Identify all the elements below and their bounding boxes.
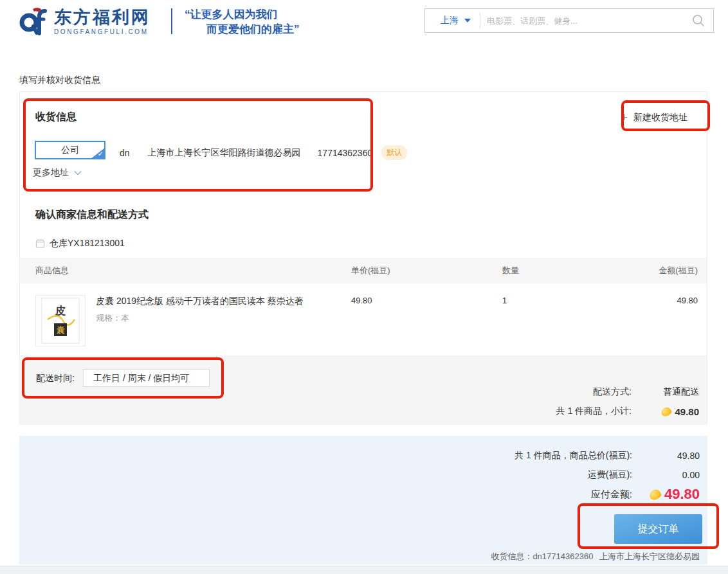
product-spec-value: 本 <box>121 313 129 323</box>
order-summary-panel: 共 1 件商品，商品总价(福豆): 49.80 运费(福豆): 0.00 应付金… <box>19 436 707 564</box>
brand-slogan: “让更多人因为我们 而更爱他们的雇主” <box>185 7 300 37</box>
address-tag-label: 公司 <box>61 145 79 155</box>
footer-info-contact: dn17714362360 <box>532 552 593 561</box>
new-address-button[interactable]: + 新建收货地址 <box>621 112 687 123</box>
delivery-time-label: 配送时间: <box>36 373 75 384</box>
search-input[interactable] <box>480 16 691 26</box>
warehouse-label: 仓库YX181213001 <box>50 238 125 249</box>
new-address-label: 新建收货地址 <box>633 112 687 123</box>
warehouse-row: 仓库YX181213001 <box>35 238 125 249</box>
more-addresses-toggle[interactable]: 更多地址 <box>33 167 82 179</box>
col-amount: 金额(福豆) <box>659 258 698 283</box>
bean-icon <box>648 488 662 501</box>
search-icon[interactable] <box>691 13 705 28</box>
shipping-fee-value: 0.00 <box>632 470 700 480</box>
header-divider <box>171 8 172 34</box>
product-title[interactable]: 皮囊 2019纪念版 感动千万读者的国民读本 蔡崇达著 <box>96 296 304 307</box>
phone-number: 17714362360 <box>318 148 373 158</box>
logo-domain-text: DONGFANGFULI.COM <box>54 28 150 35</box>
delivery-method-row: 配送方式: 普通配送 <box>593 386 699 398</box>
plus-icon: + <box>621 112 628 123</box>
product-spec-label: 规格： <box>96 313 121 323</box>
page-title: 填写并核对收货信息 <box>19 75 100 86</box>
payable-row: 应付金额: 49.80 <box>591 486 700 503</box>
footer-info-address: 上海市上海长宁区德必易园 <box>599 552 700 561</box>
logo-brand-text: 东方福利网 <box>54 8 150 27</box>
book-cover-char-1: 皮 <box>55 305 66 317</box>
merchant-section-title: 确认商家信息和配送方式 <box>35 208 149 222</box>
delivery-time-select[interactable]: 工作日 / 周末 / 假日均可 <box>83 369 210 387</box>
bean-icon <box>660 406 673 417</box>
shipping-fee-row: 运费(福豆): 0.00 <box>588 469 700 481</box>
total-value: 49.80 <box>632 451 700 461</box>
slogan-line-1: “让更多人因为我们 <box>185 7 300 22</box>
shop-icon <box>35 239 45 248</box>
col-unit-price: 单价(福豆) <box>351 258 390 283</box>
product-spec: 规格：本 <box>96 312 129 324</box>
more-addresses-label: 更多地址 <box>33 167 69 179</box>
product-amount: 49.80 <box>677 296 698 305</box>
delivery-method-value: 普通配送 <box>632 386 699 398</box>
footer-shipping-info: 收货信息：dn17714362360 上海市上海长宁区德必易园 <box>491 551 700 562</box>
city-label: 上海 <box>441 15 459 26</box>
subtotal-label: 共 1 件商品，小计: <box>556 406 632 417</box>
address-text: 上海市上海长宁区华阳路街道德必易园 <box>148 147 301 159</box>
default-badge: 默认 <box>381 145 407 160</box>
total-label: 共 1 件商品，商品总价(福豆): <box>514 450 632 462</box>
footer-info-label: 收货信息： <box>491 552 532 561</box>
selected-check-icon: ✓ <box>98 149 104 159</box>
recipient-name: dn <box>120 148 130 158</box>
city-caret-icon <box>464 19 471 22</box>
search-bar: 上海 <box>424 8 714 33</box>
address-tag-company[interactable]: 公司 ✓ <box>35 141 105 159</box>
subtotal-value: 49.80 <box>675 406 699 417</box>
address-line: dn 上海市上海长宁区华阳路街道德必易园 17714362360 默认 <box>120 145 407 160</box>
shipping-section-title: 收货信息 <box>35 111 77 124</box>
chevron-down-icon <box>74 170 82 175</box>
col-quantity: 数量 <box>502 258 519 283</box>
payable-value: 49.80 <box>664 486 700 503</box>
product-image[interactable]: 皮 囊 <box>35 295 86 346</box>
col-product-info: 商品信息 <box>35 258 69 283</box>
total-row: 共 1 件商品，商品总价(福豆): 49.80 <box>514 450 700 462</box>
submit-order-button[interactable]: 提交订单 <box>614 514 702 544</box>
subtotal-row: 共 1 件商品，小计: 49.80 <box>556 406 699 417</box>
book-cover-char-2: 囊 <box>57 325 65 335</box>
site-logo[interactable]: 东方福利网 DONGFANGFULI.COM <box>18 5 150 38</box>
shipping-fee-label: 运费(福豆): <box>588 469 632 481</box>
city-selector[interactable]: 上海 <box>425 15 480 26</box>
slogan-line-2: 而更爱他们的雇主” <box>185 22 300 37</box>
logo-monogram-icon <box>18 5 49 38</box>
payable-label: 应付金额: <box>591 489 632 501</box>
delivery-strip: 配送时间: 工作日 / 周末 / 假日均可 配送方式: 普通配送 共 1 件商品… <box>20 355 707 425</box>
delivery-method-label: 配送方式: <box>593 386 632 398</box>
product-table-header: 商品信息 单价(福豆) 数量 金额(福豆) <box>20 258 707 283</box>
product-quantity: 1 <box>502 296 507 305</box>
page-footer-strip <box>0 566 728 574</box>
product-unit-price: 49.80 <box>351 296 372 305</box>
site-header: 东方福利网 DONGFANGFULI.COM “让更多人因为我们 而更爱他们的雇… <box>0 0 728 62</box>
order-card: 收货信息 + 新建收货地址 公司 ✓ dn 上海市上海长宁区华阳路街道德必易园 … <box>19 91 707 424</box>
